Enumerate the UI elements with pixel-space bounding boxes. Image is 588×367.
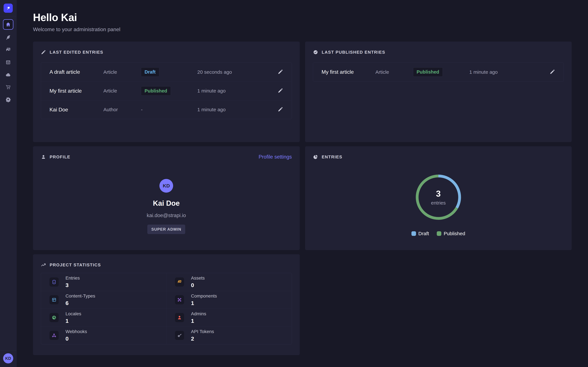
- entry-name: My first article: [50, 88, 104, 94]
- entry-action-cell: [550, 69, 555, 75]
- gear-icon: [5, 97, 11, 102]
- pencil-icon: [278, 107, 283, 112]
- stat-text: Entries 3: [66, 275, 80, 288]
- stat-icon-tile: [175, 331, 184, 340]
- status-badge: Published: [413, 67, 443, 77]
- stat-label: API Tokens: [191, 329, 214, 334]
- legend-item-draft: Draft: [411, 231, 429, 236]
- pencil-icon: [278, 69, 283, 75]
- sidebar-item-home[interactable]: [3, 19, 13, 30]
- profile-email: kai.doe@strapi.io: [147, 213, 186, 218]
- stat-label: Entries: [66, 275, 80, 281]
- stat-admins: Admins 1: [166, 309, 292, 326]
- table-row[interactable]: My first article Article Published 1 min…: [41, 81, 292, 100]
- pie-chart-icon: [313, 154, 318, 159]
- status-badge: Published: [141, 86, 171, 96]
- user-avatar[interactable]: KD: [3, 353, 13, 363]
- stat-value: 0: [66, 335, 87, 342]
- profile-settings-link[interactable]: Profile settings: [259, 154, 292, 160]
- table-row[interactable]: A draft article Article Draft 20 seconds…: [41, 63, 292, 81]
- entry-action-cell: [278, 69, 283, 75]
- entry-name: My first article: [322, 69, 375, 75]
- legend-item-published: Published: [437, 231, 465, 236]
- nodes-icon: [177, 297, 182, 302]
- entry-name: A draft article: [50, 69, 104, 75]
- stat-icon-tile: [175, 295, 184, 304]
- logo-container: [0, 0, 16, 16]
- last-published-entries-card: LAST PUBLISHED ENTRIES My first article …: [305, 42, 572, 142]
- legend-label: Published: [444, 231, 465, 236]
- strapi-logo-icon: [5, 5, 11, 11]
- sidebar-item-media-library[interactable]: [4, 45, 13, 54]
- globe-icon: [52, 315, 57, 320]
- sidebar-item-marketplace[interactable]: [4, 83, 13, 92]
- stat-value: 3: [66, 282, 80, 288]
- layout-icon: [5, 59, 11, 65]
- trending-up-icon: [41, 262, 46, 267]
- edit-entry-button[interactable]: [550, 69, 555, 75]
- stat-label: Locales: [66, 311, 81, 317]
- card-header: PROJECT STATISTICS: [41, 262, 292, 268]
- check-circle-icon: [313, 50, 318, 55]
- donut-chart: 3 entries: [415, 173, 462, 221]
- stat-icon-tile: [175, 277, 184, 287]
- sidebar: KD: [0, 0, 17, 367]
- stat-value: 1: [191, 300, 217, 306]
- stat-value: 0: [191, 282, 205, 288]
- entry-status-empty: -: [141, 107, 197, 112]
- sidebar-item-content-type-builder[interactable]: [4, 58, 13, 67]
- table-row[interactable]: My first article Article Published 1 min…: [313, 63, 564, 81]
- entries-chart: 3 entries Draft Published: [313, 173, 564, 236]
- last-edited-entries-card: LAST EDITED ENTRIES A draft article Arti…: [33, 42, 300, 142]
- entries-total-label: entries: [431, 200, 446, 206]
- card-title: PROFILE: [50, 154, 70, 159]
- entry-action-cell: [278, 88, 283, 94]
- entry-kind: Article: [375, 69, 413, 75]
- card-header: PROFILE Profile settings: [41, 154, 292, 160]
- card-header: LAST EDITED ENTRIES: [41, 50, 292, 55]
- stat-icon-tile: [50, 295, 59, 304]
- stat-value: 6: [66, 300, 95, 306]
- empty-grid-slot: [305, 254, 572, 355]
- entry-kind: Author: [104, 107, 141, 112]
- last-edited-table: A draft article Article Draft 20 seconds…: [41, 62, 292, 119]
- stat-text: Assets 0: [191, 275, 205, 288]
- sidebar-item-settings[interactable]: [4, 95, 13, 104]
- entry-name: Kai Doe: [50, 107, 104, 113]
- sidebar-item-content-manager[interactable]: [4, 33, 13, 42]
- stat-assets: Assets 0: [166, 273, 292, 291]
- entry-status-cell: Published: [413, 67, 469, 77]
- images-icon: [5, 47, 11, 53]
- entry-action-cell: [278, 107, 283, 113]
- strapi-logo[interactable]: [4, 4, 13, 13]
- stat-text: Locales 1: [66, 311, 81, 324]
- person-icon: [41, 154, 46, 159]
- profile-name: Kai Doe: [153, 199, 180, 207]
- sidebar-item-deploy[interactable]: [4, 70, 13, 79]
- table-row[interactable]: Kai Doe Author - 1 minute ago: [41, 100, 292, 119]
- role-badge: SUPER ADMIN: [147, 225, 185, 234]
- cloud-icon: [5, 72, 11, 78]
- stat-text: API Tokens 2: [191, 329, 214, 342]
- pencil-icon: [41, 50, 46, 55]
- edit-entry-button[interactable]: [278, 69, 283, 75]
- stat-webhooks: Webhooks 0: [41, 326, 166, 344]
- card-header: LAST PUBLISHED ENTRIES: [313, 50, 564, 55]
- main-content: Hello Kai Welcome to your administration…: [17, 0, 588, 367]
- sidebar-nav: [3, 16, 13, 350]
- stat-icon-tile: [50, 277, 59, 287]
- edit-entry-button[interactable]: [278, 88, 283, 93]
- stat-api-tokens: API Tokens 2: [166, 326, 292, 344]
- entry-kind: Article: [104, 88, 141, 94]
- chart-legend: Draft Published: [411, 231, 465, 236]
- edit-entry-button[interactable]: [278, 107, 283, 112]
- draft-swatch: [411, 231, 416, 236]
- cart-icon: [5, 84, 11, 90]
- stats-table: Entries 3: [41, 273, 292, 344]
- sidebar-footer: KD: [0, 350, 16, 367]
- image-icon: [177, 279, 182, 285]
- last-published-table: My first article Article Published 1 min…: [313, 62, 564, 82]
- stat-value: 2: [191, 335, 214, 342]
- stat-components: Components 1: [166, 291, 292, 309]
- stat-content-types: Content-Types 6: [41, 291, 166, 309]
